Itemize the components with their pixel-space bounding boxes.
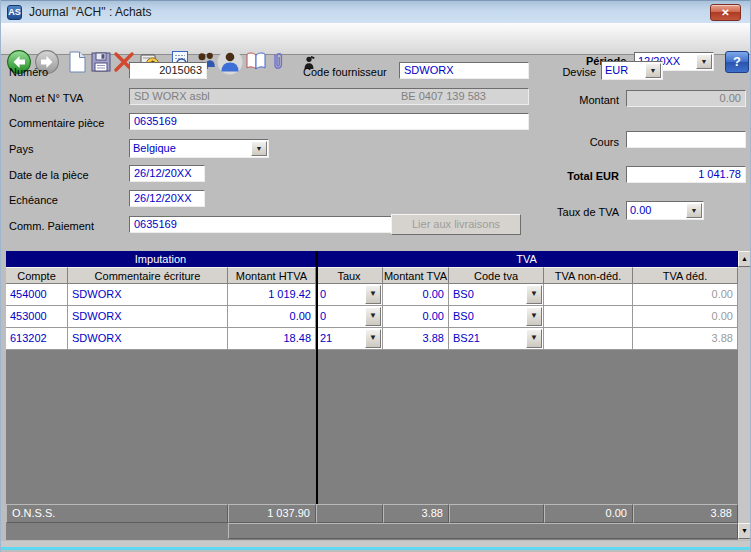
footer-empty-row	[228, 523, 738, 539]
new-document-icon[interactable]	[65, 50, 89, 74]
table-row-cell-code-tva[interactable]: BS0▼	[449, 306, 544, 328]
table-row-cell-montant-htva[interactable]: 18.48	[228, 328, 316, 350]
montant-label: Montant	[531, 94, 619, 106]
save-icon[interactable]	[89, 50, 113, 74]
numero-field[interactable]: 2015063	[129, 62, 207, 79]
chevron-down-icon[interactable]: ▼	[526, 329, 542, 348]
taux-value: 0	[320, 288, 326, 300]
column-header-code-tva: Code tva	[449, 267, 544, 284]
group-header-tva: TVA	[316, 251, 738, 267]
vertical-scrollbar[interactable]: ▲ ▼	[738, 251, 751, 540]
table-row-cell-compte[interactable]: 453000	[6, 306, 68, 328]
table-row-cell-taux[interactable]: 0▼	[316, 284, 383, 306]
footer-total-montant-htva: 1 037.90	[228, 504, 316, 523]
comm-paiement-label: Comm. Paiement	[9, 220, 94, 232]
supplier-icon[interactable]	[217, 49, 243, 75]
table-row-cell-compte[interactable]: 613202	[6, 328, 68, 350]
vat-number-value: BE 0407 139 583	[401, 89, 486, 104]
date-piece-field[interactable]: 26/12/20XX	[129, 165, 205, 182]
table-row-cell-code-tva[interactable]: BS0▼	[449, 284, 544, 306]
table-row-cell-montant-tva[interactable]: 3.88	[383, 328, 449, 350]
table-row-cell-compte[interactable]: 454000	[6, 284, 68, 306]
lier-aux-livraisons-button[interactable]: Lier aux livraisons	[391, 214, 521, 235]
date-piece-label: Date de la pièce	[9, 169, 89, 181]
footer-total-tva-ded: 3.88	[633, 504, 738, 523]
pays-select[interactable]: Belgique ▼	[129, 139, 269, 158]
chevron-down-icon[interactable]: ▼	[526, 307, 542, 326]
code-fournisseur-field[interactable]: SDWORX	[399, 62, 529, 79]
total-eur-field: 1 041.78	[626, 166, 746, 183]
footer-label: O.N.S.S.	[6, 504, 228, 523]
numero-label: Numéro	[9, 66, 48, 78]
column-header-compte: Compte	[6, 267, 68, 284]
table-row-cell-montant-tva[interactable]: 0.00	[383, 306, 449, 328]
table-row-cell-code-tva[interactable]: BS21▼	[449, 328, 544, 350]
chevron-down-icon[interactable]: ▼	[365, 329, 381, 348]
taux-tva-value: 0.00	[630, 203, 685, 218]
table-row-cell-tva-non-ded[interactable]	[544, 306, 633, 328]
code-tva-value: BS21	[453, 332, 480, 344]
close-button[interactable]: ✕	[710, 4, 741, 21]
code-tva-value: BS0	[453, 310, 474, 322]
scroll-down-icon[interactable]: ▼	[738, 523, 751, 539]
nom-value: SD WORX asbl	[134, 89, 210, 104]
table-row-cell-taux[interactable]: 21▼	[316, 328, 383, 350]
scroll-up-icon[interactable]: ▲	[738, 251, 751, 267]
echeance-field[interactable]: 26/12/20XX	[129, 190, 205, 207]
chevron-down-icon[interactable]: ▼	[365, 285, 381, 304]
group-divider-line	[316, 251, 318, 523]
cours-field[interactable]	[626, 131, 746, 148]
taux-value: 21	[320, 332, 332, 344]
table-row-cell-taux[interactable]: 0▼	[316, 306, 383, 328]
table-row-cell-montant-tva[interactable]: 0.00	[383, 284, 449, 306]
table-row-cell-commentaire[interactable]: SDWORX	[68, 328, 228, 350]
echeance-label: Echéance	[9, 194, 58, 206]
table-row-cell-tva-ded[interactable]: 0.00	[633, 284, 738, 306]
devise-label: Devise	[521, 66, 596, 78]
title-bar: AS Journal "ACH" : Achats ✕	[1, 0, 750, 23]
taux-tva-select[interactable]: 0.00 ▼	[626, 201, 704, 220]
table-row-cell-tva-non-ded[interactable]	[544, 328, 633, 350]
attachment-icon[interactable]	[270, 50, 286, 74]
devise-value: EUR	[605, 63, 644, 78]
column-header-taux: Taux	[316, 267, 383, 284]
application-window: AS Journal "ACH" : Achats ✕ $	[0, 0, 751, 552]
journal-book-icon[interactable]	[244, 50, 268, 74]
table-row-cell-montant-htva[interactable]: 1 019.42	[228, 284, 316, 306]
app-icon: AS	[7, 5, 22, 20]
toolbar: $ Période 12/20XX ▼ ?	[1, 23, 750, 55]
table-row-cell-tva-ded[interactable]: 0.00	[633, 306, 738, 328]
chevron-down-icon[interactable]: ▼	[365, 307, 381, 326]
footer-empty-taux	[316, 504, 383, 523]
comm-paiement-field[interactable]: 0635169	[129, 216, 397, 233]
entries-table: Imputation TVA Compte Commentaire écritu…	[6, 251, 738, 540]
column-header-montant-htva: Montant HTVA	[228, 267, 316, 284]
help-button[interactable]: ?	[725, 51, 749, 73]
chevron-down-icon[interactable]: ▼	[696, 54, 712, 69]
code-tva-value: BS0	[453, 288, 474, 300]
footer-total-montant-tva: 3.88	[383, 504, 449, 523]
table-row-cell-montant-htva[interactable]: 0.00	[228, 306, 316, 328]
table-row-cell-tva-non-ded[interactable]	[544, 284, 633, 306]
chevron-down-icon[interactable]: ▼	[526, 285, 542, 304]
group-header-imputation: Imputation	[6, 251, 316, 267]
footer-empty-code-tva	[449, 504, 544, 523]
commentaire-piece-label: Commentaire pièce	[9, 117, 104, 129]
cours-label: Cours	[531, 136, 619, 148]
table-row-cell-tva-ded[interactable]: 3.88	[633, 328, 738, 350]
table-row-cell-commentaire[interactable]: SDWORX	[68, 284, 228, 306]
nom-tva-field: SD WORX asbl BE 0407 139 583	[129, 88, 529, 105]
window-bottom-accent	[1, 547, 750, 550]
devise-select[interactable]: EUR ▼	[601, 61, 663, 80]
chevron-down-icon[interactable]: ▼	[645, 63, 661, 78]
taux-tva-label: Taux de TVA	[531, 206, 619, 218]
column-header-tva-non-ded: TVA non-déd.	[544, 267, 633, 284]
table-row-cell-commentaire[interactable]: SDWORX	[68, 306, 228, 328]
chevron-down-icon[interactable]: ▼	[251, 141, 267, 156]
commentaire-piece-field[interactable]: 0635169	[129, 113, 529, 130]
footer-total-tva-non-ded: 0.00	[544, 504, 633, 523]
total-eur-label: Total EUR	[531, 170, 619, 182]
nom-tva-label: Nom et N° TVA	[9, 92, 83, 104]
column-header-montant-tva: Montant TVA	[383, 267, 449, 284]
chevron-down-icon[interactable]: ▼	[686, 203, 702, 218]
